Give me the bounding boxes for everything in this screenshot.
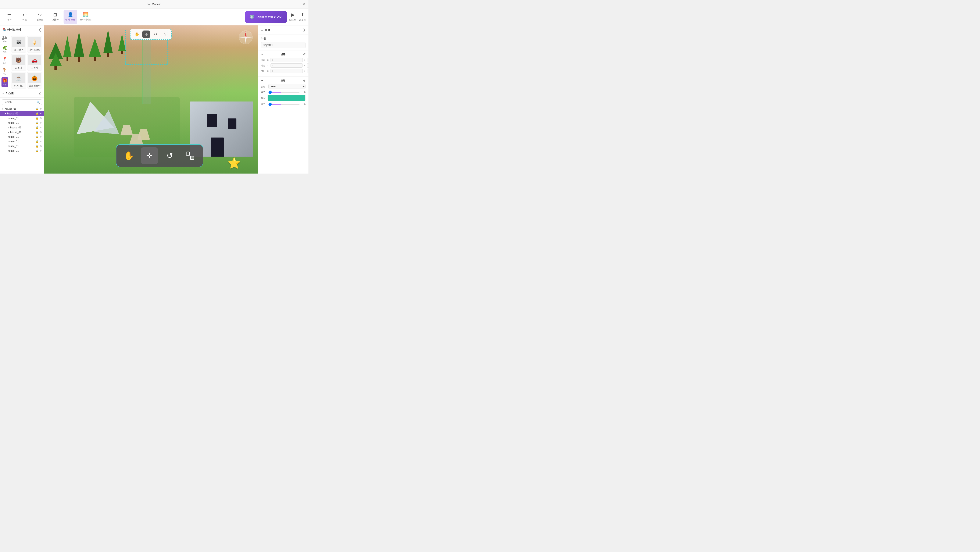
forward-button[interactable]: ↪ 앞으로	[33, 10, 47, 24]
list-item[interactable]: ▶ house_01 🔒 👁	[0, 130, 44, 135]
eye-icon[interactable]: 👁	[40, 126, 42, 129]
eye-icon[interactable]: 👁	[40, 140, 42, 143]
name-input[interactable]	[261, 42, 305, 48]
list-item[interactable]: house_01 🔒 👁	[0, 144, 44, 148]
upload-button[interactable]: ⬆ 업로드	[299, 12, 306, 22]
size-y-input[interactable]	[307, 69, 309, 73]
rot-y-input[interactable]	[307, 64, 309, 68]
skybox-icon: 🌅	[83, 13, 89, 17]
lighting-refresh-icon[interactable]: ↺	[303, 79, 305, 83]
color-swatch[interactable]	[267, 95, 305, 101]
eye-icon[interactable]: 👁	[40, 131, 42, 134]
big-scale-button[interactable]	[181, 147, 199, 164]
lighting-section: ▼ 조명 ↺ 유형 Point 범위 0 색상	[258, 77, 309, 109]
svg-rect-0	[186, 152, 189, 155]
tree-selected-item[interactable]: ▼ house_01 🔒 👁	[0, 111, 44, 116]
test-button[interactable]: ▶ 테스트	[290, 12, 296, 22]
svg-text:Y: Y	[245, 32, 247, 34]
list-item[interactable]: house_01 🔒 👁	[0, 121, 44, 125]
item-raccoon[interactable]: 🦝 랫셔팬더	[11, 36, 26, 53]
lock-icon[interactable]: 🔒	[36, 145, 39, 148]
item-icecream[interactable]: 🍦 아이스크림	[27, 36, 42, 53]
lighting-type-select[interactable]: Point	[269, 84, 305, 89]
eye-icon[interactable]: 👁	[40, 145, 42, 148]
lock-icon[interactable]: 🔒	[36, 107, 39, 110]
list-item[interactable]: ▶ house_01 🔒 👁	[0, 125, 44, 130]
viewport[interactable]: ✋ ✛ ↺ ⤡ ✋ ✛ ↺	[44, 25, 258, 173]
eye-icon[interactable]: 👁	[40, 107, 42, 110]
create-object-button[interactable]: 🛡️ 오브젝트 만들러 가기	[245, 11, 287, 23]
lock-icon[interactable]: 🔒	[36, 131, 39, 134]
app-logo-icon: 〰️	[147, 3, 151, 6]
range-slider[interactable]	[269, 92, 299, 92]
item-coffee[interactable]: ☕ 커피머신	[11, 72, 26, 89]
eye-icon[interactable]: 👁	[40, 150, 42, 152]
eye-icon[interactable]: 👁	[40, 121, 42, 124]
refresh-icon[interactable]: ↺	[303, 53, 305, 56]
rot-x-input[interactable]	[270, 64, 303, 68]
search-input[interactable]	[3, 101, 35, 103]
lock-icon[interactable]: 🔒	[36, 126, 39, 129]
pos-x-input[interactable]	[270, 58, 303, 62]
list-item[interactable]: house_01 🔒 👁	[0, 135, 44, 139]
eye-icon[interactable]: 👁	[40, 135, 42, 138]
category-furniture[interactable]: 🪑 가구	[2, 66, 8, 76]
snap-icon: 👤	[68, 13, 73, 17]
category-list: 기본 🌿 랜드 📍 스폰 🪑 가구 🎁	[0, 34, 10, 89]
intensity-slider[interactable]	[269, 104, 299, 105]
door	[211, 137, 224, 157]
vp-move-button[interactable]: ✛	[142, 30, 150, 38]
furniture-icon: 🪑	[2, 67, 7, 72]
lock-icon[interactable]: 🔒	[36, 121, 39, 124]
pos-y-input[interactable]	[307, 58, 309, 62]
library-header: 📚 라이브러리 ❮	[0, 25, 44, 34]
item-car[interactable]: 🚗 자동차	[27, 54, 42, 71]
play-icon: ▶	[291, 12, 295, 17]
tree-root-item[interactable]: ▼ house_01 🔒 👁	[0, 107, 44, 111]
item-halloween[interactable]: 🎃 할로윈호박	[27, 72, 42, 89]
lock-icon[interactable]: 🔒	[36, 140, 39, 143]
pos-x-item: X	[267, 58, 303, 62]
list-collapse-button[interactable]: ❮	[38, 91, 41, 95]
category-basic[interactable]: 기본	[2, 35, 8, 44]
lock-icon[interactable]: 🔒	[36, 112, 39, 115]
name-label: 이름	[261, 37, 305, 40]
big-hand-button[interactable]: ✋	[121, 147, 137, 164]
list-item[interactable]: house_01 🔒 👁	[0, 139, 44, 144]
skybox-button[interactable]: 🌅 스카이박스	[79, 10, 92, 24]
tree-item-actions: 🔒 👁	[36, 145, 42, 148]
back-button[interactable]: ↩ 뒤로	[18, 10, 31, 24]
category-land[interactable]: 🌿 랜드	[2, 45, 8, 55]
vp-rotate-button[interactable]: ↺	[152, 30, 159, 38]
category-items[interactable]: 🎁 소품	[2, 77, 8, 87]
big-move-button[interactable]: ✛	[141, 147, 158, 164]
tree-item-actions: 🔒 👁	[36, 112, 42, 115]
eye-icon[interactable]: 👁	[40, 112, 42, 115]
vp-scale-button[interactable]: ⤡	[161, 30, 169, 38]
lighting-title[interactable]: ▼ 조명 ↺	[261, 79, 305, 83]
lock-icon[interactable]: 🔒	[36, 117, 39, 120]
tree-item-actions: 🔒 👁	[36, 150, 42, 152]
close-button[interactable]: ✕	[302, 2, 305, 6]
list-item[interactable]: house_01 🔒 👁	[0, 148, 44, 153]
group-button[interactable]: ⊞ 그룹화	[48, 10, 62, 24]
lighting-type-row: 유형 Point	[261, 84, 305, 89]
compass-svg: Y	[237, 29, 254, 46]
transform-title[interactable]: ▼ 변환 ↺	[261, 52, 305, 56]
library-collapse-button[interactable]: ❮	[38, 27, 41, 32]
table-area	[120, 125, 133, 135]
vp-hand-button[interactable]: ✋	[133, 30, 141, 38]
lock-icon[interactable]: 🔒	[36, 135, 39, 138]
eye-icon[interactable]: 👁	[40, 117, 42, 120]
size-x-input[interactable]	[270, 69, 303, 73]
toolbar-right-actions: 🛡️ 오브젝트 만들러 가기 ▶ 테스트 ⬆ 업로드	[245, 11, 306, 23]
menu-button[interactable]: ☰ 메뉴	[3, 10, 16, 24]
big-rotate-button[interactable]: ↺	[161, 147, 178, 164]
library-section: 📚 라이브러리 ❮	[0, 25, 44, 89]
snap-button[interactable]: 👤 영역 스냅	[64, 10, 77, 24]
category-spawn[interactable]: 📍 스폰	[2, 55, 8, 66]
item-bear[interactable]: 🐻 곰돌이	[11, 54, 26, 71]
lock-icon[interactable]: 🔒	[36, 150, 39, 152]
panel-expand-button[interactable]: ❯	[303, 28, 305, 32]
list-item[interactable]: house_01 🔒 👁	[0, 116, 44, 121]
